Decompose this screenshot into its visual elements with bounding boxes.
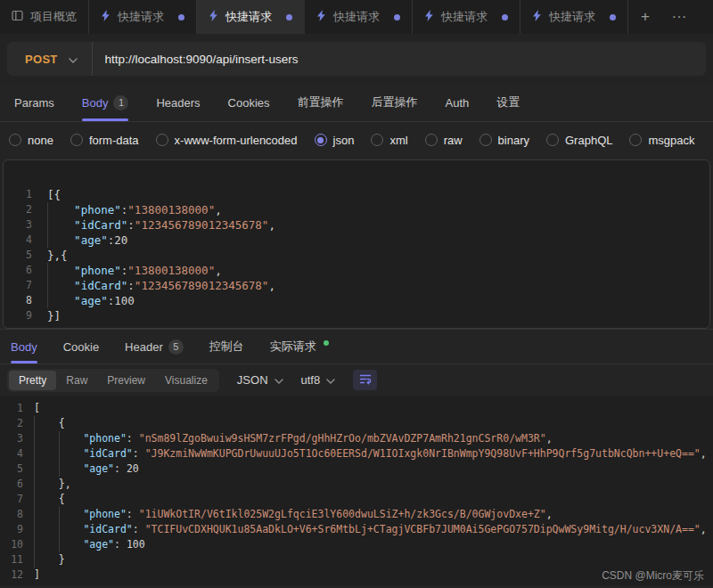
token: 20 — [114, 233, 127, 247]
indent-guide — [34, 461, 35, 477]
code-line: 10 "age": 100 — [0, 537, 713, 552]
indent-guide — [34, 431, 35, 446]
code-content: "age":100 — [47, 293, 709, 308]
body-type-radio-group: noneform-datax-www-form-urlencodedjsonxm… — [0, 122, 713, 158]
code-content: "phone":"13800138000", — [47, 263, 709, 278]
tab-label: Headers — [156, 96, 200, 110]
body-type-form-data[interactable]: form-data — [70, 134, 139, 147]
token: "phone" — [83, 432, 126, 445]
method-select[interactable]: POST — [7, 42, 92, 76]
code-line: 2 "phone":"13800138000", — [4, 202, 709, 217]
response-tab-控制台[interactable]: 控制台 — [209, 330, 244, 363]
code-content: "phone": "1iUWkOtIR/V6tIkl025W2gLfqciE3l… — [34, 507, 713, 522]
indent-guide — [59, 507, 60, 522]
code-line: 6 "phone":"13800138000", — [4, 263, 709, 278]
tab-auth[interactable]: Auth — [446, 84, 470, 121]
tab-cookies[interactable]: Cookies — [228, 84, 270, 121]
body-type-xml[interactable]: xml — [371, 134, 407, 147]
token: },{ — [47, 249, 68, 262]
body-type-json[interactable]: json — [315, 134, 355, 147]
radio-label: none — [28, 134, 53, 147]
token: 100 — [127, 538, 145, 551]
lightning-icon — [316, 10, 326, 24]
body-type-none[interactable]: none — [9, 134, 53, 147]
token — [47, 203, 74, 216]
encoding-dropdown[interactable]: utf8 — [301, 373, 336, 387]
window-tab-project-overview[interactable]: 项目概览 — [0, 0, 89, 34]
unsaved-dot — [394, 14, 400, 20]
token: : — [127, 279, 135, 292]
token: , — [701, 523, 707, 535]
response-tab-body[interactable]: Body — [11, 330, 37, 363]
chevron-down-icon — [69, 51, 78, 67]
code-content: }] — [47, 308, 709, 323]
body-type-binary[interactable]: binary — [479, 134, 529, 147]
line-number: 8 — [4, 293, 32, 308]
tab-params[interactable]: Params — [14, 84, 54, 121]
indent-guide — [59, 446, 60, 461]
token: "idCard" — [74, 279, 127, 292]
token: : — [127, 218, 135, 232]
body-type-msgpack[interactable]: msgpack — [629, 134, 694, 147]
indent-guide — [59, 461, 60, 477]
code-line: 8 "age":100 — [4, 293, 709, 308]
window-tab-label: 快捷请求 — [333, 9, 380, 25]
request-body-editor[interactable]: 1[{2 "phone":"13800138000",3 "idCard":"1… — [3, 159, 710, 329]
tab-label: 后置操作 — [372, 94, 418, 110]
line-number: 9 — [0, 522, 23, 537]
code-content: "idCard": "J9KzmiNwWmKUPGDrUwuuUJo5T1Oc6… — [34, 446, 713, 461]
body-type-raw[interactable]: raw — [425, 134, 463, 147]
radio-label: GraphQL — [565, 134, 612, 147]
view-mode-pretty[interactable]: Pretty — [9, 371, 56, 390]
tab-设置[interactable]: 设置 — [496, 84, 520, 121]
line-number: 7 — [0, 492, 23, 507]
window-tab-quick-request[interactable]: 快捷请求 — [305, 0, 413, 34]
tab-label: Auth — [446, 96, 470, 110]
format-dropdown[interactable]: JSON — [237, 373, 283, 387]
line-number: 4 — [4, 233, 32, 248]
url-input[interactable] — [93, 42, 706, 76]
code-content: "phone":"13800138000", — [47, 202, 709, 217]
window-tab-quick-request[interactable]: 快捷请求 — [520, 0, 628, 34]
body-type-x-www-form-urlencoded[interactable]: x-www-form-urlencoded — [156, 134, 298, 147]
updated-dot — [324, 340, 329, 346]
response-tab-cookie[interactable]: Cookie — [63, 330, 99, 363]
add-tab-button[interactable]: + — [628, 0, 662, 34]
token: "13800138000" — [127, 203, 215, 216]
more-tabs-button[interactable]: ··· — [662, 0, 696, 34]
token: }, — [59, 478, 71, 490]
indent-guide — [47, 217, 48, 233]
response-body-editor[interactable]: 1[2 {3 "phone": "nSm89lZgoBwuiw9sHSM7zrF… — [0, 396, 713, 585]
radio-circle-icon — [315, 134, 327, 146]
tab-后置操作[interactable]: 后置操作 — [372, 84, 418, 121]
radio-circle-icon — [371, 134, 383, 146]
view-mode-visualize[interactable]: Visualize — [155, 371, 217, 390]
radio-label: xml — [389, 134, 407, 147]
token — [34, 493, 59, 505]
response-tab-header[interactable]: Header5 — [125, 330, 184, 363]
indent-guide — [59, 537, 60, 552]
indent-guide — [47, 233, 48, 248]
unsaved-dot — [286, 14, 292, 20]
code-line: 4 "idCard": "J9KzmiNwWmKUPGDrUwuuUJo5T1O… — [0, 446, 713, 461]
response-section-tabs: BodyCookieHeader5控制台实际请求 — [0, 329, 713, 364]
window-tab-quick-request[interactable]: 快捷请求 — [413, 0, 520, 34]
tab-headers[interactable]: Headers — [156, 84, 200, 121]
window-tab-quick-request[interactable]: 快捷请求 — [89, 0, 197, 34]
body-type-GraphQL[interactable]: GraphQL — [546, 134, 612, 147]
wrap-lines-button[interactable] — [353, 370, 377, 390]
window-tab-quick-request[interactable]: 快捷请求 — [197, 0, 305, 34]
code-content: },{ — [47, 248, 709, 263]
tab-前置操作[interactable]: 前置操作 — [298, 84, 344, 121]
token: "age" — [74, 294, 108, 307]
view-mode-raw[interactable]: Raw — [56, 371, 97, 390]
token: , — [701, 447, 707, 460]
window-tab-label: 快捷请求 — [549, 9, 595, 25]
tab-label: 前置操作 — [298, 94, 344, 110]
view-mode-preview[interactable]: Preview — [97, 371, 155, 390]
line-number: 5 — [0, 461, 23, 477]
radio-label: msgpack — [648, 134, 694, 147]
tab-body[interactable]: Body1 — [82, 84, 129, 121]
response-tab-实际请求[interactable]: 实际请求 — [270, 330, 329, 363]
line-number: 1 — [4, 187, 32, 202]
